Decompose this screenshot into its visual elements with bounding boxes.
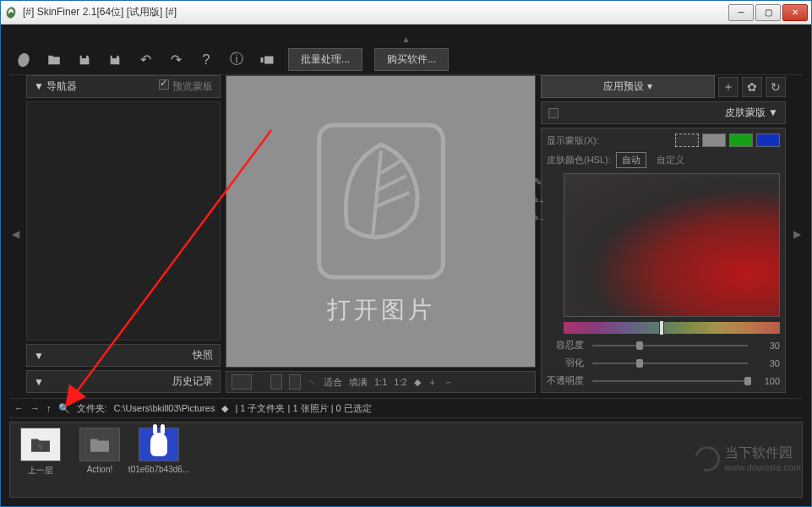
eyedropper-sub-icon[interactable]: ✎₋ bbox=[531, 212, 544, 223]
zoom-fill-button[interactable]: 填满 bbox=[349, 376, 368, 389]
eyedropper-icon[interactable]: ✎ bbox=[534, 177, 542, 188]
right-panel: 应用预设 ▾ ＋ ✿ ↻ 皮肤蒙版 ▼ 显示蒙版(X): bbox=[541, 75, 786, 393]
hsl-auto-button[interactable]: 自动 bbox=[616, 152, 646, 168]
titlebar: [#] SkinFiner 2.1[64位] [试用版] [#] ─ ▢ ✕ bbox=[1, 1, 811, 25]
batch-process-button[interactable]: 批量处理... bbox=[288, 48, 362, 71]
info-icon[interactable]: ⓘ bbox=[227, 51, 246, 69]
window-title: [#] SkinFiner 2.1[64位] [试用版] [#] bbox=[23, 5, 727, 19]
show-mask-label: 显示蒙版(X): bbox=[547, 134, 599, 147]
svg-rect-0 bbox=[319, 125, 443, 277]
zoom-slider-icon[interactable]: ⟍ bbox=[308, 377, 317, 387]
buy-software-button[interactable]: 购买软件... bbox=[374, 48, 449, 71]
canvas-area[interactable]: 打开图片 bbox=[226, 75, 536, 368]
zoom-plus-icon[interactable]: ＋ bbox=[428, 376, 437, 389]
hsl-custom-button[interactable]: 自定义 bbox=[651, 153, 689, 167]
skin-mask-checkbox[interactable] bbox=[548, 108, 559, 118]
folder-label: 文件夹: bbox=[77, 402, 107, 415]
feather-slider[interactable]: 羽化 30 bbox=[547, 357, 780, 369]
mask-swatch-blue[interactable] bbox=[756, 134, 780, 147]
thumb-up-folder[interactable]: 上一层 bbox=[15, 428, 66, 492]
zoom-12-button[interactable]: 1:2 bbox=[394, 377, 406, 387]
thumb-image-miffy[interactable]: t01e6b7b43d6... bbox=[134, 428, 184, 492]
navigator-header[interactable]: ▼ 导航器 预览蒙板 bbox=[26, 75, 221, 98]
tolerance-slider[interactable]: 容忍度 30 bbox=[547, 339, 780, 352]
zoom-11-button[interactable]: 1:1 bbox=[374, 377, 387, 387]
zoom-fit-button[interactable]: 适合 bbox=[324, 376, 342, 389]
search-icon[interactable]: 🔍 bbox=[58, 403, 70, 414]
leaf-logo-icon bbox=[14, 51, 33, 69]
left-panel: ▼ 导航器 预览蒙板 ▼ 快照 ▼ 历史记录 bbox=[26, 75, 221, 393]
canvas-leaf-icon bbox=[305, 117, 457, 286]
compare-side-icon[interactable] bbox=[289, 374, 301, 390]
hue-slider[interactable] bbox=[564, 322, 780, 334]
maximize-button[interactable]: ▢ bbox=[755, 4, 781, 21]
nav-left-icon[interactable]: ◀ bbox=[9, 75, 21, 393]
compare-split-icon[interactable] bbox=[270, 374, 282, 390]
gear-icon[interactable]: ✿ bbox=[742, 77, 762, 97]
mask-swatch-green[interactable] bbox=[729, 134, 753, 147]
plugin-icon[interactable] bbox=[258, 51, 276, 69]
opacity-slider[interactable]: 不透明度 100 bbox=[547, 374, 780, 387]
navigator-body bbox=[26, 101, 221, 341]
add-preset-icon[interactable]: ＋ bbox=[718, 77, 738, 97]
save-as-icon[interactable] bbox=[106, 51, 124, 69]
history-header[interactable]: ▼ 历史记录 bbox=[26, 370, 221, 393]
skin-mask-body: 显示蒙版(X): 皮肤颜色(HSL): 自动 自定义 ✎ bbox=[541, 128, 786, 393]
preview-mask-checkbox[interactable] bbox=[159, 79, 169, 90]
collapse-top-icon[interactable]: ▲ bbox=[9, 33, 803, 45]
breadcrumb-bar: ← → ↑ 🔍 文件夹: C:\Users\bkill03\Pictures ◆… bbox=[9, 398, 803, 418]
help-icon[interactable]: ? bbox=[197, 51, 215, 69]
zoom-dropdown-icon[interactable]: ◆ bbox=[414, 377, 421, 388]
undo-icon[interactable]: ↶ bbox=[136, 51, 155, 69]
nav-right-icon[interactable]: ▶ bbox=[791, 75, 803, 393]
nav-forward-icon[interactable]: → bbox=[30, 403, 40, 413]
nav-back-icon[interactable]: ← bbox=[14, 403, 24, 413]
apply-preset-button[interactable]: 应用预设 ▾ bbox=[541, 75, 715, 98]
zoom-minus-icon[interactable]: － bbox=[444, 376, 453, 389]
snapshot-header[interactable]: ▼ 快照 bbox=[26, 344, 221, 367]
zoom-bar: ⟍ 适合 填满 1:1 1:2 ◆ ＋ － bbox=[226, 371, 536, 393]
mask-swatch-gray[interactable] bbox=[702, 134, 726, 147]
close-button[interactable]: ✕ bbox=[782, 4, 808, 21]
center-panel: 打开图片 ⟍ 适合 填满 1:1 1:2 ◆ ＋ － bbox=[226, 75, 536, 393]
nav-up-icon[interactable]: ↑ bbox=[46, 403, 52, 413]
thumb-folder-action[interactable]: Action! bbox=[74, 428, 125, 492]
open-image-text: 打开图片 bbox=[327, 294, 435, 326]
file-browser: 上一层 Action! t01e6b7b43d6... bbox=[9, 422, 803, 498]
path-dropdown-icon[interactable]: ◆ bbox=[221, 403, 228, 414]
save-icon[interactable] bbox=[75, 51, 94, 69]
eyedropper-add-icon[interactable]: ✎₊ bbox=[531, 194, 544, 205]
main-toolbar: ↶ ↷ ? ⓘ 批量处理... 购买软件... bbox=[9, 45, 803, 75]
skin-mask-header[interactable]: 皮肤蒙版 ▼ bbox=[541, 101, 786, 124]
color-picker-area[interactable] bbox=[564, 173, 780, 317]
redo-icon[interactable]: ↷ bbox=[166, 51, 185, 69]
app-icon bbox=[4, 6, 18, 19]
minimize-button[interactable]: ─ bbox=[728, 4, 754, 21]
folder-info: | 1 子文件夹 | 1 张照片 | 0 已选定 bbox=[235, 402, 371, 415]
compare-single-icon[interactable] bbox=[232, 374, 252, 390]
mask-swatch-none[interactable] bbox=[675, 134, 699, 147]
open-folder-icon[interactable] bbox=[45, 51, 63, 69]
skin-hsl-label: 皮肤颜色(HSL): bbox=[547, 154, 611, 166]
folder-path[interactable]: C:\Users\bkill03\Pictures bbox=[114, 403, 215, 413]
refresh-icon[interactable]: ↻ bbox=[766, 77, 786, 97]
